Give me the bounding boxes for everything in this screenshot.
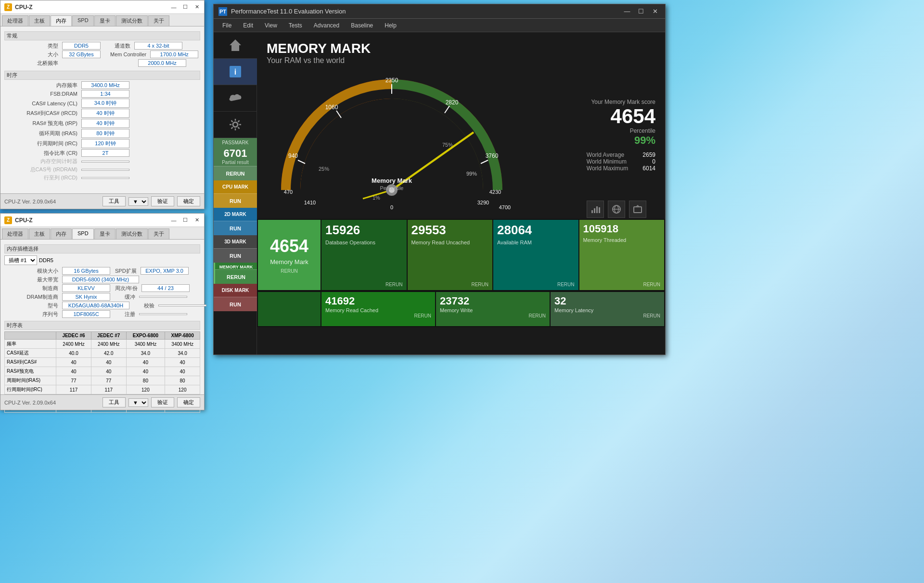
memory-rerun-btn[interactable]: RERUN: [215, 269, 257, 284]
cpuz1-tab-cpu[interactable]: 处理器: [2, 15, 28, 26]
cpuz1-restore-btn[interactable]: ☐: [180, 2, 191, 12]
share-icon: [633, 204, 642, 214]
cpuz2-verify-btn[interactable]: 验证: [151, 397, 174, 407]
sidebar-gear-btn[interactable]: [214, 112, 257, 138]
cpuz2-modsize-label: 模块大小: [4, 267, 62, 275]
perf-restore-btn[interactable]: ☐: [635, 6, 647, 17]
cpuz2-tab-about[interactable]: 关于: [148, 228, 169, 239]
metric-rerun-0[interactable]: RERUN: [325, 282, 403, 287]
cpuz2-tab-spd[interactable]: SPD: [72, 228, 94, 239]
cpuz1-icon: Z: [4, 3, 12, 11]
cpuz2-slot-select[interactable]: 插槽 #1: [4, 255, 37, 265]
menu-view[interactable]: View: [259, 21, 283, 30]
cpuz1-rp-value: 40 时钟: [81, 119, 129, 128]
cpuz1-tab-spd[interactable]: SPD: [72, 15, 94, 26]
cpuz2-tab-memory[interactable]: 内存: [51, 228, 72, 239]
metric-rerun-1[interactable]: RERUN: [411, 282, 489, 287]
cpuz1-freq-value: 3400.0 MHz: [81, 81, 129, 89]
cpuz1-size-value: 32 GBytes: [62, 51, 101, 58]
big-tile-value: 4654: [270, 236, 308, 256]
cpu-label: CPU MARK: [214, 180, 257, 190]
disk-run-btn[interactable]: RUN: [214, 297, 257, 311]
cpuz-window-1: Z CPU-Z — ☐ ✕ 处理器 主板 内存 SPD 显卡 测试分数 关于 常…: [0, 0, 205, 209]
twod-run-btn[interactable]: RUN: [214, 221, 257, 235]
cpuz2-restore-btn[interactable]: ☐: [180, 215, 191, 225]
metric-rerun-2[interactable]: RERUN: [497, 282, 575, 287]
cpuz1-tab-score[interactable]: 测试分数: [116, 15, 148, 26]
cpuz2-dram-label: DRAM制造商: [4, 293, 62, 301]
col-h2: JEDEC #7: [91, 332, 126, 340]
cpu-run-btn[interactable]: RUN: [214, 193, 257, 208]
cpuz1-confirm-btn[interactable]: 确定: [177, 196, 200, 206]
cpuz1-tab-about[interactable]: 关于: [148, 15, 169, 26]
cpuz2-tab-gpu[interactable]: 显卡: [94, 228, 116, 239]
twod-label: 2D MARK: [214, 208, 257, 217]
timing-cell: 34.0: [165, 349, 200, 358]
col-h3: EXPO-6800: [126, 332, 165, 340]
metric-value-5: 23732: [440, 295, 546, 307]
world-avg-label: World Average: [587, 152, 624, 158]
timing-cell: 3400 MHz: [126, 340, 165, 349]
cpuz1-minimize-btn[interactable]: —: [168, 2, 179, 12]
globe-icon-btn[interactable]: [608, 201, 625, 218]
chart-icon-btn[interactable]: [587, 201, 604, 218]
metric-rerun-6[interactable]: RERUN: [554, 313, 660, 318]
gauge-svg: 2350 1060 940 2820 3760 470 1410 4230 32…: [267, 70, 517, 214]
gear-icon: [228, 117, 243, 132]
sidebar-cloud-btn[interactable]: [214, 85, 257, 112]
perf-minimize-btn[interactable]: —: [621, 6, 633, 17]
menu-baseline[interactable]: Baseline: [345, 21, 379, 30]
share-icon-btn[interactable]: [629, 201, 646, 218]
menu-help[interactable]: Help: [379, 21, 402, 30]
cpuz1-verify-btn[interactable]: 验证: [151, 196, 174, 206]
cpuz2-buf-value: [139, 296, 187, 298]
cpuz2-tab-score[interactable]: 测试分数: [116, 228, 148, 239]
metric-rerun-4[interactable]: RERUN: [325, 313, 431, 318]
cpuz1-tab-memory[interactable]: 内存: [51, 15, 72, 26]
cpuz2-tab-cpu[interactable]: 处理器: [2, 228, 28, 239]
metric-rerun-3[interactable]: RERUN: [583, 282, 661, 287]
sidebar-info-btn[interactable]: i: [214, 59, 257, 85]
menu-advanced[interactable]: Advanced: [308, 21, 345, 30]
sidebar-home-btn[interactable]: [214, 32, 257, 59]
cpuz2-tool-select[interactable]: ▼: [128, 398, 148, 407]
cpuz2-confirm-btn[interactable]: 确定: [177, 397, 200, 407]
timing-cell: 40: [56, 367, 91, 376]
metric-rerun-5[interactable]: RERUN: [440, 313, 546, 318]
cpuz1-rcd-row: RAS#到CAS# (tRCD) 40 时钟: [4, 109, 200, 118]
cpuz1-tool-btn[interactable]: 工具: [103, 196, 126, 206]
cpuz1-tcas-value: [81, 169, 129, 171]
cpuz1-rcd-value: 40 时钟: [81, 109, 129, 118]
menu-edit[interactable]: Edit: [237, 21, 259, 30]
metric-name-4: Memory Read Cached: [325, 307, 431, 313]
cpuz1-close-btn[interactable]: ✕: [192, 2, 202, 12]
timing-cell: 40: [91, 358, 126, 367]
col-h1: JEDEC #6: [56, 332, 91, 340]
metric-tile-2: 28064 Available RAM RERUN: [493, 220, 578, 290]
perf-close-btn[interactable]: ✕: [649, 6, 661, 17]
cpuz2-controls: — ☐ ✕: [168, 215, 202, 225]
perf-body: i PASSMARK 6701 Partial result: [214, 32, 665, 355]
cpuz1-titlebar: Z CPU-Z — ☐ ✕: [0, 0, 204, 14]
threed-run-btn[interactable]: RUN: [214, 248, 257, 263]
score-label: Your Memory Mark score: [587, 99, 655, 105]
cpuz2-serial-label: 序列号: [4, 311, 62, 318]
cpuz1-version: CPU-Z Ver. 2.09.0x64: [4, 199, 56, 204]
cpuz2-tab-mb[interactable]: 主板: [29, 228, 50, 239]
menu-file[interactable]: File: [217, 21, 237, 30]
cpuz1-memctrl-value: 1700.0 MHz: [150, 51, 198, 58]
cpuz2-minimize-btn[interactable]: —: [168, 215, 179, 225]
metric-tile-1: 29553 Memory Read Uncached RERUN: [408, 220, 493, 290]
cpuz1-tool-select[interactable]: ▼: [128, 197, 148, 206]
big-tile-rerun-btn[interactable]: RERUN: [281, 268, 298, 274]
cpuz2-tool-btn[interactable]: 工具: [103, 397, 126, 407]
cpuz2-mfr-value: KLEVV: [62, 284, 110, 292]
cpuz1-tab-mb[interactable]: 主板: [29, 15, 50, 26]
passmark-rerun-btn[interactable]: RERUN: [214, 166, 257, 180]
svg-text:Percentile: Percentile: [380, 185, 404, 191]
cpuz2-close-btn[interactable]: ✕: [192, 215, 202, 225]
cpuz2-buf-label: 缓冲: [110, 293, 139, 301]
menu-tests[interactable]: Tests: [283, 21, 308, 30]
cpuz1-tab-gpu[interactable]: 显卡: [94, 15, 116, 26]
passmark-sub: Partial result: [214, 160, 257, 166]
